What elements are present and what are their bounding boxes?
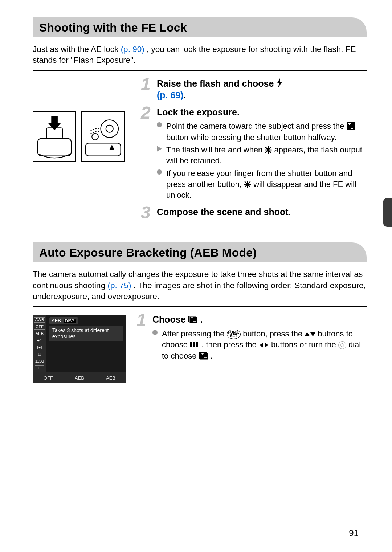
intro-text-a: Just as with the AE lock — [33, 45, 121, 54]
step-1-heading-text: Raise the flash and choose — [157, 78, 276, 89]
lcd-bottom-item: AEB — [75, 375, 84, 381]
lcd-mode-banner: AEB DISP. — [49, 317, 78, 324]
svg-rect-33 — [196, 342, 198, 347]
camera-illustration-col — [33, 78, 131, 223]
fe-lock-section-title: Shooting with the FE Lock — [33, 17, 367, 37]
camera-top-dial-diagram — [81, 111, 125, 162]
aeb-step-1-heading-text: Choose — [152, 314, 188, 324]
svg-marker-29 — [305, 332, 310, 336]
exposure-compensation-icon — [347, 122, 355, 130]
svg-marker-15 — [110, 145, 114, 150]
control-dial-icon — [338, 341, 346, 349]
aeb-intro: The camera automatically changes the exp… — [33, 269, 367, 302]
b-text: buttons or turn the — [271, 340, 338, 349]
b1-after: button while pressing the shutter button… — [166, 133, 336, 142]
aeb-step-1-bullets: After pressing the FUNC.SET button, pres… — [152, 328, 367, 361]
page-ref-69[interactable]: (p. 69) — [157, 90, 184, 100]
aeb-step-1-heading-suffix: . — [200, 314, 203, 324]
func-set-button-icon: FUNC.SET — [227, 330, 241, 339]
lcd-bottom-item: AEB — [106, 375, 115, 381]
svg-point-10 — [98, 128, 99, 129]
aeb-screenshot-col: AWB OFF AEB +/- [●] □ 1280 L AEB DISP. T… — [33, 314, 126, 383]
circle-bullet-icon — [157, 169, 162, 175]
b-text: , then press the — [201, 340, 259, 349]
step-2-bullets: Point the camera toward the subject and … — [157, 121, 367, 201]
svg-point-14 — [98, 131, 99, 132]
svg-point-13 — [95, 131, 97, 132]
step-number-1: 1 — [136, 310, 146, 330]
page-edge-tab — [383, 198, 392, 227]
page-ref-90[interactable]: (p. 90) — [121, 45, 144, 54]
section-divider — [33, 306, 367, 307]
flash-on-icon — [276, 78, 283, 88]
aeb-step-1-bullet-1: After pressing the FUNC.SET button, pres… — [152, 328, 367, 361]
svg-point-3 — [101, 120, 118, 138]
lcd-bottom-item: OFF — [44, 375, 53, 381]
svg-marker-30 — [310, 332, 315, 336]
b2-before: The flash will fire and when — [166, 145, 265, 154]
step-1-heading-suffix: . — [184, 90, 186, 100]
camera-illustration — [33, 111, 131, 162]
svg-marker-34 — [260, 343, 263, 348]
svg-point-5 — [92, 134, 98, 140]
step-3-heading: Compose the scene and shoot. — [157, 206, 367, 218]
lcd-side-item: L — [35, 365, 44, 371]
svg-point-9 — [95, 128, 97, 129]
b1-before: Point the camera toward the subject and … — [166, 122, 347, 131]
lcd-side-item: OFF — [34, 324, 45, 330]
page-ref-75[interactable]: (p. 75) — [107, 281, 131, 290]
lcd-disp-key: DISP. — [64, 319, 76, 323]
aeb-step-1: 1 Choose . After pressing the FUNC.SET b… — [136, 314, 367, 361]
step-1: 1 Raise the flash and choose (p. 69). — [141, 78, 367, 101]
lcd-mode-description: Takes 3 shots at different exposures — [49, 326, 123, 341]
step-3: 3 Compose the scene and shoot. — [141, 206, 367, 218]
aeb-mode-icon — [199, 352, 208, 360]
svg-point-7 — [90, 130, 91, 131]
step-number-3: 3 — [141, 203, 151, 222]
aeb-steps-text: 1 Choose . After pressing the FUNC.SET b… — [136, 314, 367, 383]
step-number-2: 2 — [141, 103, 151, 123]
lcd-mode-label: AEB — [52, 318, 61, 323]
up-down-arrows-icon — [305, 331, 315, 338]
b-text: After pressing the — [162, 329, 227, 338]
camera-lcd-screenshot: AWB OFF AEB +/- [●] □ 1280 L AEB DISP. T… — [33, 315, 126, 383]
left-right-arrows-icon — [259, 342, 269, 348]
circle-bullet-icon — [157, 122, 162, 127]
lcd-side-item: 1280 — [34, 359, 45, 364]
aeb-step-1-heading: Choose . — [152, 314, 367, 326]
circle-bullet-icon — [152, 330, 158, 335]
fe-lock-star-icon — [244, 181, 251, 188]
aeb-steps: AWB OFF AEB +/- [●] □ 1280 L AEB DISP. T… — [33, 314, 367, 383]
svg-point-8 — [93, 129, 94, 130]
camera-flash-raise-diagram — [33, 111, 76, 162]
section-divider — [33, 70, 367, 71]
lcd-side-item: AEB — [34, 331, 45, 336]
step-2-bullet-1: Point the camera toward the subject and … — [157, 121, 367, 143]
b-text: button, press the — [243, 329, 305, 338]
svg-rect-6 — [86, 143, 121, 156]
step-number-1: 1 — [141, 74, 151, 94]
aeb-mode-icon — [188, 316, 198, 324]
svg-point-12 — [93, 132, 94, 133]
svg-rect-31 — [190, 342, 192, 347]
lcd-bottom-options: OFF AEB AEB — [33, 372, 126, 383]
lcd-side-item: +/- — [35, 338, 44, 343]
lcd-side-item: □ — [35, 352, 44, 357]
svg-rect-32 — [193, 342, 195, 347]
lcd-side-item: AWB — [34, 317, 46, 323]
aeb-section-title: Auto Exposure Bracketing (AEB Mode) — [33, 242, 367, 262]
step-1-heading: Raise the flash and choose (p. 69). — [157, 78, 367, 101]
step-2-bullet-3: If you release your finger from the shut… — [157, 168, 367, 201]
fe-lock-star-icon — [265, 146, 272, 154]
svg-point-4 — [106, 125, 113, 132]
step-2: 2 Lock the exposure. Point the camera to… — [141, 106, 367, 201]
fe-lock-intro: Just as with the AE lock (p. 90) , you c… — [33, 44, 367, 66]
step-2-bullet-2: The flash will fire and when appears, th… — [157, 144, 367, 167]
bracketing-menu-icon — [190, 341, 199, 347]
step-2-heading: Lock the exposure. — [157, 106, 367, 118]
triangle-bullet-icon — [157, 146, 162, 152]
fe-lock-steps: 1 Raise the flash and choose (p. 69). 2 … — [33, 78, 367, 223]
lcd-side-item: [●] — [35, 345, 44, 350]
svg-marker-35 — [265, 343, 268, 348]
fe-lock-steps-text: 1 Raise the flash and choose (p. 69). 2 … — [141, 78, 367, 223]
